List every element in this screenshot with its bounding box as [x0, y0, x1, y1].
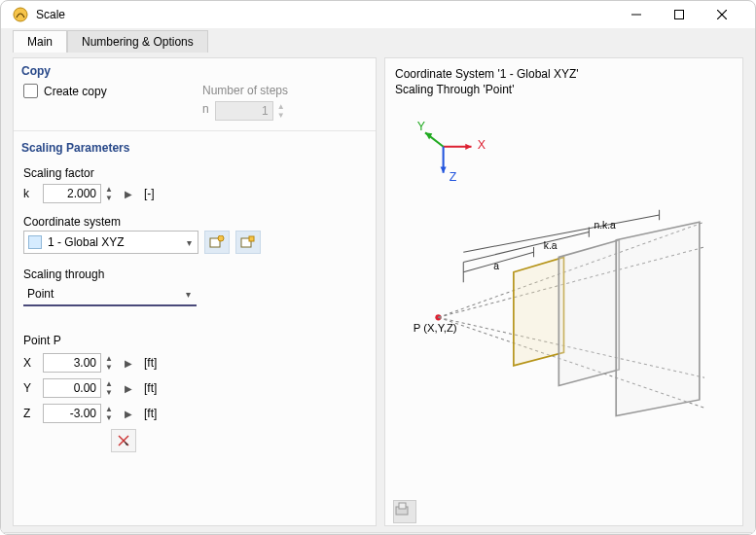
- create-copy-label: Create copy: [44, 85, 107, 98]
- copy-heading: Copy: [14, 58, 376, 82]
- dim-a: a: [493, 261, 499, 271]
- scaling-heading: Scaling Parameters: [14, 135, 376, 159]
- maximize-button[interactable]: [658, 1, 701, 28]
- point-p-heading: Point P: [23, 334, 368, 347]
- z-input[interactable]: -3.00 ▲▼: [43, 404, 115, 423]
- preview-title-1: Coordinate System '1 - Global XYZ': [395, 66, 733, 82]
- y-step-icon[interactable]: ▶: [125, 383, 132, 394]
- new-coord-system-button[interactable]: [204, 231, 230, 254]
- pick-point-button[interactable]: [111, 429, 136, 452]
- coord-system-value: 1 - Global XYZ: [48, 235, 125, 249]
- edit-coord-system-button[interactable]: [235, 231, 261, 254]
- y-input[interactable]: 0.00 ▲▼: [43, 378, 115, 398]
- svg-rect-8: [249, 236, 254, 241]
- preview-settings-button[interactable]: [393, 500, 416, 523]
- axis-y-label: Y: [417, 121, 425, 134]
- number-of-steps-label: Number of steps: [202, 84, 368, 97]
- coord-system-select[interactable]: 1 - Global XYZ ▾: [23, 231, 198, 254]
- scale-dialog: Scale Main Numbering & Options Copy Crea…: [0, 0, 756, 535]
- x-label: X: [23, 356, 37, 370]
- preview-diagram: X Y Z P (X,Y,Z): [393, 105, 735, 489]
- create-copy-checkbox[interactable]: Create copy: [23, 84, 202, 98]
- z-spinner[interactable]: ▲▼: [103, 405, 115, 422]
- svg-marker-22: [514, 258, 564, 366]
- k-input[interactable]: 2.000 ▲▼: [43, 184, 115, 203]
- svg-marker-12: [465, 144, 471, 150]
- dim-nka: n.k.a: [594, 221, 616, 232]
- chevron-down-icon: ▾: [186, 289, 191, 300]
- svg-marker-24: [616, 223, 700, 416]
- preview-title-2: Scaling Through 'Point': [395, 82, 733, 97]
- window-title: Scale: [36, 8, 65, 21]
- left-panel: Copy Create copy Number of steps n 1 ▲▼: [13, 57, 377, 526]
- k-unit: [-]: [144, 187, 155, 200]
- minimize-button[interactable]: [615, 1, 658, 28]
- z-value: -3.00: [43, 404, 101, 423]
- point-p-label: P (X,Y,Z): [414, 322, 457, 334]
- y-spinner[interactable]: ▲▼: [103, 379, 115, 397]
- z-label: Z: [23, 407, 37, 420]
- dim-ka: k.a: [544, 240, 558, 251]
- n-label: n: [202, 102, 209, 116]
- x-step-icon[interactable]: ▶: [125, 358, 132, 369]
- close-button[interactable]: [701, 1, 743, 28]
- scaling-through-label: Scaling through: [23, 268, 368, 281]
- app-icon: [13, 7, 28, 22]
- y-value: 0.00: [43, 378, 101, 398]
- tab-numbering-options[interactable]: Numbering & Options: [67, 30, 208, 53]
- svg-point-0: [14, 8, 27, 21]
- coord-swatch-icon: [28, 235, 42, 249]
- svg-rect-2: [675, 11, 684, 19]
- k-label: k: [23, 187, 37, 200]
- tab-bar: Main Numbering & Options: [1, 28, 755, 52]
- svg-rect-33: [399, 503, 406, 509]
- x-spinner[interactable]: ▲▼: [103, 354, 115, 372]
- svg-marker-23: [558, 240, 619, 386]
- steps-spinner: ▲▼: [275, 102, 287, 120]
- preview-panel: Coordinate System '1 - Global XYZ' Scali…: [384, 57, 743, 526]
- k-spinner[interactable]: ▲▼: [103, 185, 115, 202]
- scaling-through-value: Point: [27, 287, 54, 301]
- y-unit: [ft]: [144, 381, 157, 395]
- axis-x-label: X: [478, 138, 486, 152]
- checkbox-box-icon: [23, 84, 38, 98]
- axis-z-label: Z: [450, 170, 457, 184]
- bottom-bar: ? 0,00 OK Cancel Apply: [1, 532, 755, 535]
- x-value: 3.00: [43, 353, 101, 373]
- svg-point-6: [218, 235, 224, 241]
- chevron-down-icon: ▾: [187, 237, 192, 248]
- tab-main[interactable]: Main: [13, 30, 67, 53]
- y-label: Y: [23, 381, 37, 395]
- z-unit: [ft]: [144, 407, 157, 420]
- coord-system-label: Coordinate system: [23, 215, 368, 229]
- x-input[interactable]: 3.00 ▲▼: [43, 353, 115, 373]
- steps-input: 1 ▲▼: [215, 101, 287, 121]
- k-step-icon[interactable]: ▶: [125, 189, 132, 199]
- scaling-factor-label: Scaling factor: [23, 166, 368, 180]
- steps-value: 1: [215, 101, 273, 121]
- scaling-through-select[interactable]: Point ▾: [23, 283, 197, 306]
- k-value: 2.000: [43, 184, 101, 203]
- z-step-icon[interactable]: ▶: [125, 409, 132, 419]
- x-unit: [ft]: [144, 356, 157, 370]
- titlebar: Scale: [1, 1, 755, 28]
- svg-marker-16: [441, 167, 447, 173]
